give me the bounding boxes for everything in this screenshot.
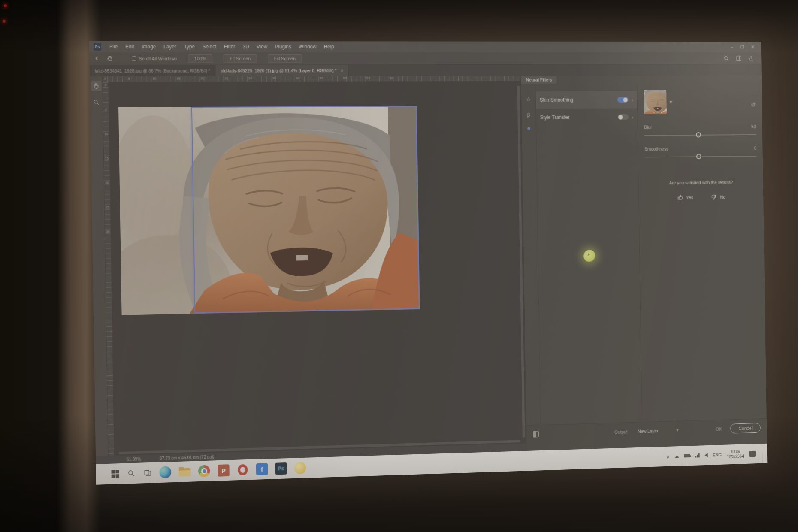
ruler-tick: 10 [103,131,109,156]
back-chevron-icon[interactable]: ‹ [94,54,102,63]
cancel-button[interactable]: Cancel [730,423,761,433]
filter-settings-pane: ▾ ↺ Blur 50 [637,85,767,422]
tab-title: old-lady-845225_1920 (1).jpg @ 51.4% (La… [221,68,336,73]
task-view-button[interactable] [139,462,156,484]
clock[interactable]: 10:09 12/3/2564 [727,449,744,459]
opera-icon [238,464,248,475]
search-icon [127,469,135,478]
menu-image[interactable]: Image [138,41,160,52]
scroll-all-windows-checkbox[interactable]: Scroll All Windows [132,56,177,61]
menu-filter[interactable]: Filter [220,41,239,52]
share-icon[interactable] [745,55,757,61]
menu-window[interactable]: Window [295,41,320,52]
ruler-tick: 45 [318,76,342,82]
taskbar-sticker-app[interactable] [290,458,310,479]
menu-layer[interactable]: Layer [160,41,180,52]
menu-view[interactable]: View [253,41,271,52]
volume-icon[interactable] [704,453,707,457]
menu-edit[interactable]: Edit [121,41,138,52]
taskbar-facebook[interactable]: f [252,459,272,480]
checkbox-icon[interactable] [132,56,136,61]
action-center-icon[interactable] [749,450,756,457]
zoom-100-button[interactable]: 100% [188,54,212,63]
reset-icon[interactable]: ↺ [751,101,756,109]
preview-toggle-icon[interactable] [533,431,539,438]
taskbar-search-button[interactable] [123,463,139,484]
filter-selection-rectangle [191,106,420,314]
network-icon[interactable] [695,453,700,458]
menu-bar: Ps File Edit Image Layer Type Select Fil… [89,41,761,52]
battery-icon[interactable] [684,454,690,457]
start-button[interactable] [107,463,124,484]
ruler-tick: 5 [127,76,151,82]
face-thumbnail[interactable] [644,90,667,114]
ruler-tick: 25 [223,76,247,82]
blur-slider[interactable] [644,134,756,136]
filter-row-style-transfer[interactable]: Style Transfer › [536,108,638,126]
fill-screen-button[interactable]: Fill Screen [268,54,302,63]
toggle-knob [618,115,623,119]
output-value: New Layer [638,428,658,434]
slider-knob[interactable] [696,154,701,160]
output-select[interactable]: New Layer ▾ [638,427,678,434]
workspace-switcher-icon[interactable] [732,55,745,61]
feedback-question: Are you satisfied with the results? [645,179,757,185]
filter-row-skin-smoothing[interactable]: Skin Smoothing › [536,91,638,109]
feedback-section: Are you satisfied with the results? Yes … [645,179,757,201]
thumbs-up-icon [677,194,683,201]
wait-list-icon[interactable] [527,127,530,130]
tray-chevron-up-icon[interactable]: ∧ [666,453,670,459]
menu-type[interactable]: Type [180,41,199,52]
task-view-icon [144,469,151,477]
language-indicator[interactable]: ENG [713,452,722,457]
hand-tool-button[interactable] [91,81,101,91]
edge-icon [159,466,171,478]
fit-screen-button[interactable]: Fit Screen [224,54,257,63]
restore-button[interactable]: ❐ [737,42,748,52]
skin-smoothing-toggle[interactable] [617,97,628,103]
ruler-tick: 0 [103,76,127,82]
document-tab-old-lady[interactable]: old-lady-845225_1920 (1).jpg @ 51.4% (La… [215,65,349,76]
featured-filters-icon[interactable]: ☆ [526,96,531,103]
taskbar-chrome[interactable] [194,460,214,481]
smoothness-slider[interactable] [644,156,756,157]
ok-button[interactable]: OK [711,424,726,433]
facebook-icon: f [256,463,268,475]
slider-value: 0 [754,146,756,151]
taskbar-photoshop[interactable]: Ps [272,458,291,479]
document-tab-lake[interactable]: lake-5534341_1920.jpg @ 66.7% (Backgroun… [90,65,216,76]
canvas-area[interactable] [109,82,526,456]
minimize-button[interactable]: – [727,42,737,52]
hand-tool-icon[interactable] [102,55,117,62]
feedback-no-button[interactable]: No [711,194,725,201]
taskbar-powerpoint[interactable]: P [214,460,233,481]
options-bar-spacer [302,58,720,59]
ruler-tick: 30 [105,229,111,253]
zoom-tool-button[interactable] [91,97,101,107]
tool-options-bar: ‹ Scroll All Windows 100% Fit Screen Fil… [89,52,761,65]
neural-filters-body: ☆ β Skin Smoothing › Style Transfer [521,85,767,425]
menu-file[interactable]: File [106,41,122,52]
style-transfer-toggle[interactable] [617,114,629,120]
menu-3d[interactable]: 3D [239,41,253,52]
show-desktop-button[interactable] [762,444,764,463]
zoom-level[interactable]: 51.39% [127,456,141,462]
search-icon[interactable] [720,55,732,61]
taskbar-file-explorer[interactable] [175,461,195,482]
menu-select[interactable]: Select [199,41,221,52]
taskbar-edge[interactable] [155,462,175,483]
beta-filters-icon[interactable]: β [527,112,530,118]
slider-knob[interactable] [696,132,701,137]
menu-plugins[interactable]: Plugins [271,41,295,52]
room-led-light [4,4,7,7]
chevron-down-icon[interactable]: ▾ [670,99,672,105]
document-tab-bar: lake-5534341_1920.jpg @ 66.7% (Backgroun… [90,64,762,76]
toggle-knob [623,97,627,102]
feedback-yes-button[interactable]: Yes [677,194,693,201]
onedrive-cloud-icon[interactable]: ☁ [674,453,679,459]
menu-help[interactable]: Help [320,41,338,52]
taskbar-opera[interactable] [233,459,253,481]
close-button[interactable]: ✕ [747,42,758,52]
filter-name: Skin Smoothing [540,97,614,103]
tab-close-icon[interactable]: × [341,68,343,73]
